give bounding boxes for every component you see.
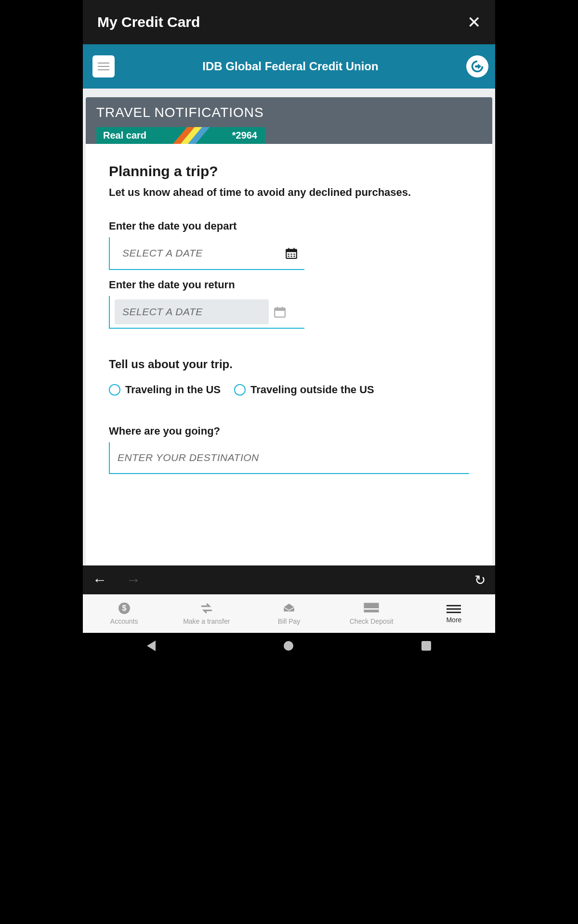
calendar-icon: [285, 247, 298, 259]
tab-label: More: [446, 616, 461, 624]
card-last-four: *2964: [232, 130, 257, 141]
return-date-label: Enter the date you return: [109, 279, 469, 291]
svg-rect-4: [288, 254, 289, 255]
return-date-input[interactable]: SELECT A DATE: [109, 296, 304, 329]
travel-notifications-card: TRAVEL NOTIFICATIONS Real card *2964 Pla…: [86, 97, 492, 565]
trip-type-options: Traveling in the US Traveling outside th…: [109, 384, 469, 396]
tab-label: Check Deposit: [350, 617, 394, 625]
return-date-placeholder: SELECT A DATE: [122, 306, 203, 317]
radio-icon: [109, 384, 120, 396]
svg-rect-3: [293, 248, 294, 250]
system-recents-button[interactable]: [421, 641, 431, 651]
svg-rect-13: [282, 307, 283, 308]
webview-nav-bar: ← → ↻: [83, 565, 495, 594]
radio-label: Traveling in the US: [125, 384, 221, 396]
dollar-circle-icon: $: [116, 602, 132, 615]
radio-us[interactable]: Traveling in the US: [109, 384, 221, 396]
form-subtitle: Let us know ahead of time to avoid any d…: [109, 186, 469, 199]
transfer-arrows-icon: [198, 602, 215, 615]
depart-date-input[interactable]: SELECT A DATE: [109, 237, 304, 270]
content-area: TRAVEL NOTIFICATIONS Real card *2964 Pla…: [83, 89, 495, 565]
tab-more[interactable]: More: [413, 594, 495, 633]
card-header: TRAVEL NOTIFICATIONS Real card *2964: [86, 97, 492, 144]
selected-card-pill[interactable]: Real card *2964: [96, 127, 265, 144]
tab-transfer[interactable]: Make a transfer: [165, 594, 248, 633]
tab-billpay[interactable]: Bill Pay: [248, 594, 330, 633]
header-title: IDB Global Federal Credit Union: [115, 60, 466, 73]
form-title: Planning a trip?: [109, 163, 469, 180]
page-title: My Credit Card: [97, 14, 200, 30]
tab-label: Bill Pay: [278, 617, 301, 625]
svg-rect-8: [290, 256, 292, 257]
destination-label: Where are you going?: [109, 425, 469, 437]
svg-rect-17: [364, 608, 379, 610]
check-icon: [363, 602, 380, 615]
system-back-button[interactable]: [147, 641, 156, 651]
back-icon[interactable]: ←: [92, 572, 107, 588]
svg-text:$: $: [122, 603, 126, 612]
reload-icon[interactable]: ↻: [474, 572, 486, 588]
svg-rect-9: [293, 256, 295, 257]
destination-input[interactable]: [118, 452, 461, 463]
tab-accounts[interactable]: $ Accounts: [83, 594, 165, 633]
system-nav-bar: [83, 633, 495, 659]
travel-form: Planning a trip? Let us know ahead of ti…: [86, 144, 492, 493]
svg-rect-1: [286, 249, 297, 252]
sign-out-button[interactable]: [466, 55, 488, 77]
svg-rect-6: [293, 254, 295, 255]
forward-icon[interactable]: →: [126, 572, 141, 588]
app-header: IDB Global Federal Credit Union: [83, 44, 495, 89]
radio-icon: [234, 384, 246, 396]
svg-rect-16: [364, 603, 379, 613]
bottom-tab-nav: $ Accounts Make a transfer Bill Pay Chec…: [83, 594, 495, 633]
close-icon[interactable]: ✕: [464, 11, 484, 33]
sign-out-icon: [471, 60, 484, 73]
section-heading: TRAVEL NOTIFICATIONS: [96, 105, 482, 120]
svg-rect-12: [277, 307, 278, 308]
depart-date-placeholder: SELECT A DATE: [122, 247, 280, 259]
radio-outside-us[interactable]: Traveling outside the US: [234, 384, 374, 396]
svg-rect-7: [288, 256, 289, 257]
svg-rect-11: [275, 308, 285, 310]
hamburger-menu-button[interactable]: [92, 55, 115, 77]
envelope-icon: [281, 602, 297, 615]
trip-type-label: Tell us about your trip.: [109, 358, 469, 371]
system-home-button[interactable]: [284, 641, 293, 651]
titlebar: My Credit Card ✕: [83, 0, 495, 44]
svg-rect-2: [289, 248, 289, 250]
depart-date-label: Enter the date you depart: [109, 220, 469, 232]
radio-label: Traveling outside the US: [250, 384, 374, 396]
destination-input-wrapper: [109, 442, 469, 474]
card-name: Real card: [103, 130, 146, 141]
svg-rect-5: [290, 254, 292, 255]
tab-label: Accounts: [110, 617, 138, 625]
more-icon: [447, 604, 461, 613]
tab-check-deposit[interactable]: Check Deposit: [330, 594, 413, 633]
tab-label: Make a transfer: [183, 617, 230, 625]
calendar-icon: [274, 306, 286, 318]
